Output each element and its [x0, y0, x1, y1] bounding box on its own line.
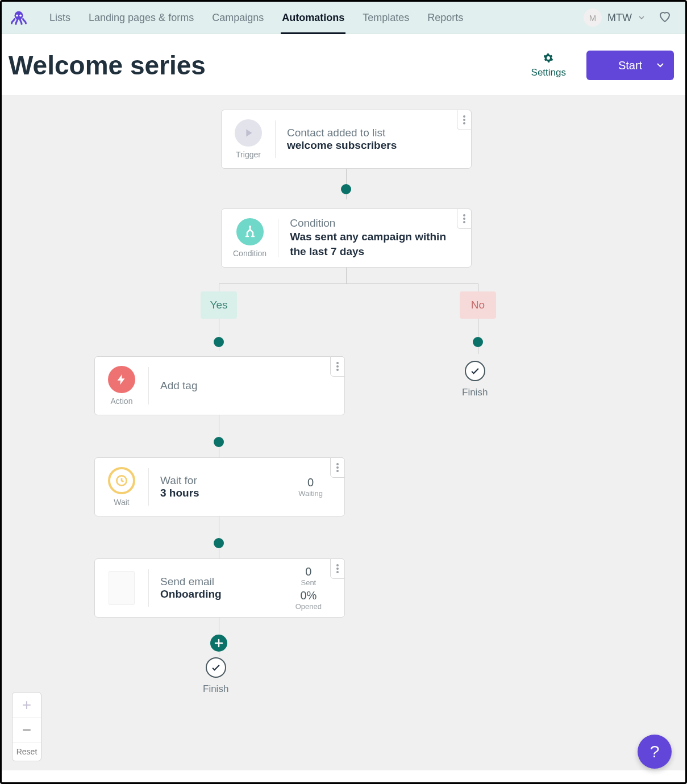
app-logo[interactable]: [9, 7, 29, 28]
dropdown-caret-icon: [657, 63, 664, 68]
favorite-icon[interactable]: [658, 10, 672, 26]
help-button[interactable]: ?: [638, 735, 672, 769]
dots-vertical-icon: [336, 362, 339, 371]
wait-more-button[interactable]: [330, 457, 345, 478]
svg-point-17: [336, 564, 339, 566]
svg-point-4: [463, 119, 465, 121]
nav-reports[interactable]: Reports: [418, 2, 472, 34]
branch-no: No: [460, 291, 496, 319]
action-more-button[interactable]: [330, 356, 345, 377]
email-line1: Send email: [160, 576, 289, 588]
settings-button[interactable]: Settings: [531, 53, 566, 78]
condition-line1: Condition: [290, 217, 460, 230]
finish-label: Finish: [462, 387, 488, 398]
svg-point-15: [336, 466, 339, 469]
svg-point-18: [336, 568, 339, 570]
svg-point-12: [336, 369, 339, 371]
action-node[interactable]: Action Add tag: [94, 356, 345, 415]
branch-yes: Yes: [201, 291, 237, 319]
svg-point-6: [249, 226, 251, 228]
flow-canvas[interactable]: Trigger Contact added to list welcome su…: [2, 96, 685, 770]
user-name: MTW: [607, 12, 632, 24]
page-header: Welcome series Settings Start: [2, 34, 685, 96]
nav-landing-pages[interactable]: Landing pages & forms: [80, 2, 203, 34]
wait-node[interactable]: Wait Wait for 3 hours 0 Waiting: [94, 457, 345, 516]
avatar: M: [584, 9, 602, 27]
nav-automations[interactable]: Automations: [273, 2, 353, 34]
svg-point-8: [463, 218, 465, 220]
wait-stat-num: 0: [298, 476, 323, 489]
email-open-label: Opened: [295, 602, 322, 611]
connector: [478, 283, 478, 291]
connector: [219, 415, 219, 457]
svg-point-16: [336, 470, 339, 472]
start-label: Start: [618, 59, 642, 72]
trigger-node[interactable]: Trigger Contact added to list welcome su…: [221, 110, 472, 169]
chevron-down-icon: [639, 16, 644, 19]
add-step-dot[interactable]: [214, 337, 224, 347]
clock-icon: [108, 467, 135, 494]
finish-label: Finish: [203, 683, 228, 695]
check-icon: [465, 361, 485, 381]
zoom-reset-button[interactable]: Reset: [13, 743, 41, 761]
start-button[interactable]: Start: [586, 51, 674, 80]
add-step-plus[interactable]: [210, 635, 227, 652]
zoom-out-button[interactable]: −: [13, 718, 41, 743]
email-more-button[interactable]: [330, 558, 345, 579]
finish-node-right: Finish: [462, 361, 488, 398]
zoom-in-button[interactable]: +: [13, 693, 41, 718]
svg-point-10: [336, 362, 339, 364]
trigger-more-button[interactable]: [457, 110, 472, 130]
svg-point-14: [336, 463, 339, 465]
condition-type-label: Condition: [233, 249, 267, 258]
connector: [219, 283, 478, 284]
email-open-num: 0%: [295, 589, 322, 602]
nav-campaigns[interactable]: Campaigns: [203, 2, 273, 34]
action-line1: Add tag: [160, 380, 333, 392]
action-type-label: Action: [111, 397, 133, 406]
svg-point-9: [463, 221, 465, 223]
check-icon: [206, 657, 226, 678]
condition-more-button[interactable]: [457, 208, 472, 229]
nav-lists[interactable]: Lists: [40, 2, 80, 34]
finish-node-left: Finish: [203, 657, 228, 695]
dots-vertical-icon: [336, 463, 339, 472]
svg-point-11: [336, 365, 339, 368]
play-icon: [235, 119, 262, 147]
connector: [346, 268, 347, 283]
email-sent-label: Sent: [295, 578, 322, 587]
svg-point-5: [463, 122, 465, 124]
settings-label: Settings: [531, 67, 566, 78]
branch-icon: [236, 218, 264, 245]
svg-point-3: [463, 115, 465, 118]
connector: [219, 516, 219, 558]
add-step-dot[interactable]: [473, 337, 483, 347]
dots-vertical-icon: [463, 115, 465, 124]
svg-point-2: [19, 14, 22, 16]
nav-templates[interactable]: Templates: [353, 2, 418, 34]
octopus-icon: [10, 9, 27, 26]
email-line2: Onboarding: [160, 588, 289, 600]
gear-icon: [543, 53, 553, 66]
email-thumbnail-icon: [109, 571, 135, 605]
trigger-type-label: Trigger: [236, 150, 261, 159]
svg-point-1: [16, 14, 18, 16]
wait-type-label: Wait: [114, 498, 129, 507]
wait-line2: 3 hours: [160, 487, 292, 499]
top-nav: Lists Landing pages & forms Campaigns Au…: [2, 2, 685, 34]
add-step-dot[interactable]: [214, 437, 224, 447]
connector: [219, 283, 219, 291]
add-step-dot[interactable]: [214, 538, 224, 548]
svg-point-7: [463, 214, 465, 216]
condition-line2: Was sent any campaign within the last 7 …: [290, 230, 460, 258]
user-menu[interactable]: M MTW: [584, 9, 644, 27]
dots-vertical-icon: [336, 564, 339, 573]
nav-items: Lists Landing pages & forms Campaigns Au…: [40, 2, 472, 34]
zoom-controls: + − Reset: [12, 692, 41, 761]
lightning-icon: [108, 366, 135, 393]
email-node[interactable]: Send email Onboarding 0 Sent 0% Opened: [94, 558, 345, 618]
connector: [478, 319, 478, 354]
condition-node[interactable]: Condition Condition Was sent any campaig…: [221, 208, 472, 268]
add-step-dot[interactable]: [341, 184, 351, 194]
trigger-line2: welcome subscribers: [287, 139, 460, 152]
